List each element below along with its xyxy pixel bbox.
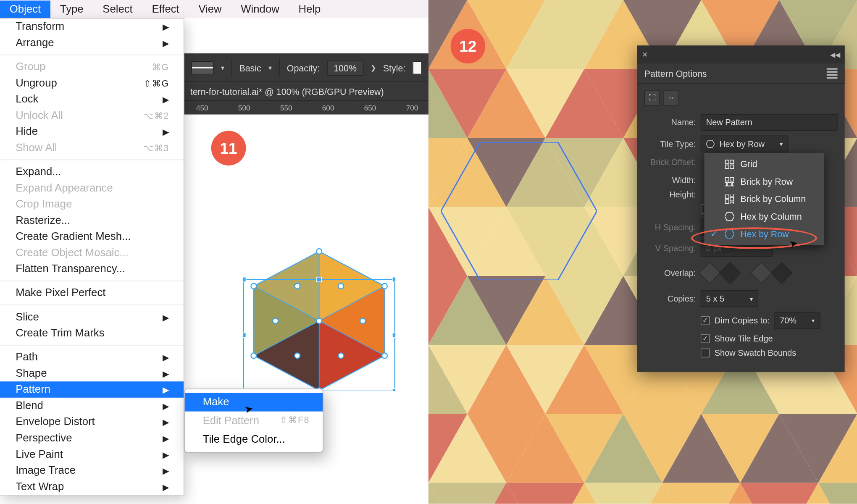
menu-item[interactable]: Envelope Distort▶	[0, 414, 184, 430]
resize-icon[interactable]: ↔	[663, 90, 679, 105]
menu-item[interactable]: Ungroup⇧⌘G	[0, 75, 184, 92]
menu-item[interactable]: Create Trim Marks	[0, 325, 184, 341]
menu-item: Expand Appearance	[0, 180, 184, 196]
chevron-down-icon[interactable]: ▾	[268, 64, 272, 72]
menu-item[interactable]: Image Trace▶	[0, 462, 184, 479]
menu-item[interactable]: Pattern▶	[0, 381, 184, 398]
svg-point-28	[251, 284, 256, 289]
close-icon[interactable]: ✕	[642, 50, 648, 59]
style-swatch[interactable]	[413, 61, 421, 74]
tile-option[interactable]: Hex by Column	[704, 207, 824, 225]
collapse-icon[interactable]: ◀◀	[830, 51, 840, 59]
menu-icon[interactable]	[827, 68, 838, 79]
menu-item[interactable]: Create Gradient Mesh...	[0, 228, 184, 245]
menu-select[interactable]: Select	[93, 0, 142, 18]
svg-rect-258	[725, 200, 729, 203]
svg-rect-256	[733, 182, 734, 186]
show-tile-checkbox[interactable]	[701, 334, 710, 343]
name-input[interactable]	[701, 114, 838, 131]
svg-point-22	[316, 318, 322, 324]
opacity-input[interactable]: 100%	[327, 60, 363, 76]
tile-option[interactable]: Grid	[704, 155, 824, 173]
chevron-right-icon[interactable]: ❯	[371, 64, 376, 72]
overlap-left-button[interactable]	[699, 262, 721, 284]
svg-rect-248	[725, 160, 729, 164]
svg-rect-252	[725, 177, 729, 181]
menu-object[interactable]: Object	[0, 0, 50, 18]
menu-item[interactable]: Blend▶	[0, 398, 184, 414]
menu-item[interactable]: Shape▶	[0, 365, 184, 382]
menu-item[interactable]: Make Pixel Perfect	[0, 285, 184, 301]
svg-rect-257	[725, 194, 729, 198]
menu-window[interactable]: Window	[231, 0, 289, 18]
menu-item[interactable]: Hide▶	[0, 123, 184, 140]
selected-tile-outline	[441, 142, 597, 280]
menu-item[interactable]: Path▶	[0, 349, 184, 365]
step-badge-11: 11	[211, 131, 246, 165]
step-badge-12: 12	[450, 29, 485, 64]
document-tab[interactable]: tern-for-tutorial.ai* @ 100% (RGB/GPU Pr…	[184, 82, 429, 100]
panel-title: Pattern Options	[644, 68, 707, 79]
svg-rect-17	[243, 333, 246, 338]
svg-rect-255	[725, 182, 726, 186]
menu-item[interactable]: Live Paint▶	[0, 446, 184, 462]
overlap-top-button[interactable]	[750, 262, 773, 284]
dim-copies-checkbox[interactable]	[701, 316, 710, 325]
menu-item[interactable]: Lock▶	[0, 91, 184, 108]
stroke-style-swatch[interactable]	[192, 61, 214, 74]
basic-label[interactable]: Basic	[239, 63, 261, 73]
tile-option[interactable]: Brick by Row	[704, 173, 824, 190]
svg-rect-15	[317, 277, 321, 282]
svg-rect-253	[730, 177, 734, 181]
submenu-item[interactable]: Tile Edge Color...	[185, 430, 323, 449]
svg-point-23	[316, 249, 322, 254]
menu-item[interactable]: Rasterize...	[0, 213, 184, 229]
svg-point-32	[294, 353, 300, 358]
svg-point-33	[273, 318, 278, 324]
svg-rect-261	[730, 202, 734, 204]
overlap-right-button[interactable]	[719, 262, 741, 284]
pattern-submenu[interactable]: MakeEdit Pattern⇧⌘F8Tile Edge Color...	[184, 388, 323, 453]
pattern-tile-tool-icon[interactable]: ⛶	[644, 90, 660, 105]
menu-effect[interactable]: Effect	[142, 0, 189, 18]
svg-rect-249	[730, 160, 734, 164]
object-menu[interactable]: Transform▶Arrange▶Group⌘GUngroup⇧⌘GLock▶…	[0, 18, 184, 496]
tile-option[interactable]: ✓Hex by Row	[704, 225, 824, 243]
menu-item[interactable]: Slice▶	[0, 309, 184, 325]
hexagon-artwork[interactable]	[243, 235, 395, 391]
options-bar[interactable]: ▾ Basic ▾ Opacity: 100% ❯ Style:	[184, 53, 429, 82]
copies-select[interactable]: 5 x 5▾	[701, 290, 758, 307]
svg-rect-251	[730, 165, 734, 168]
chevron-down-icon[interactable]: ▾	[221, 64, 225, 72]
svg-point-29	[338, 284, 344, 289]
svg-rect-18	[392, 333, 395, 338]
svg-point-30	[360, 318, 365, 324]
show-swatch-checkbox[interactable]	[701, 348, 710, 357]
menu-view[interactable]: View	[189, 0, 231, 18]
style-label: Style:	[383, 63, 406, 73]
submenu-item[interactable]: Make	[185, 393, 323, 411]
menu-item: Crop Image	[0, 196, 184, 213]
menu-item[interactable]: Perspective▶	[0, 430, 184, 446]
menu-item: Group⌘G	[0, 59, 184, 75]
svg-rect-259	[730, 197, 734, 201]
menu-type[interactable]: Type	[50, 0, 93, 18]
svg-marker-262	[725, 212, 734, 220]
opacity-label: Opacity:	[287, 63, 320, 73]
menu-item[interactable]: Flatten Transparency...	[0, 261, 184, 277]
menu-help[interactable]: Help	[289, 0, 331, 18]
svg-marker-247	[706, 140, 715, 147]
menu-item[interactable]: Transform▶	[0, 18, 184, 35]
svg-rect-254	[728, 182, 731, 186]
menu-item[interactable]: Text Wrap▶	[0, 479, 184, 495]
menu-item[interactable]: Arrange▶	[0, 35, 184, 51]
menu-item[interactable]: Expand...	[0, 164, 184, 180]
dim-copies-select[interactable]: 70%▾	[774, 312, 820, 329]
overlap-bottom-button[interactable]	[770, 262, 793, 284]
svg-rect-16	[392, 277, 395, 282]
tile-option[interactable]: Brick by Column	[704, 190, 824, 207]
svg-point-25	[382, 353, 387, 358]
tile-type-select[interactable]: Hex by Row ▾	[701, 136, 788, 152]
tile-type-dropdown[interactable]: GridBrick by RowBrick by ColumnHex by Co…	[704, 153, 824, 245]
svg-rect-14	[243, 277, 246, 282]
